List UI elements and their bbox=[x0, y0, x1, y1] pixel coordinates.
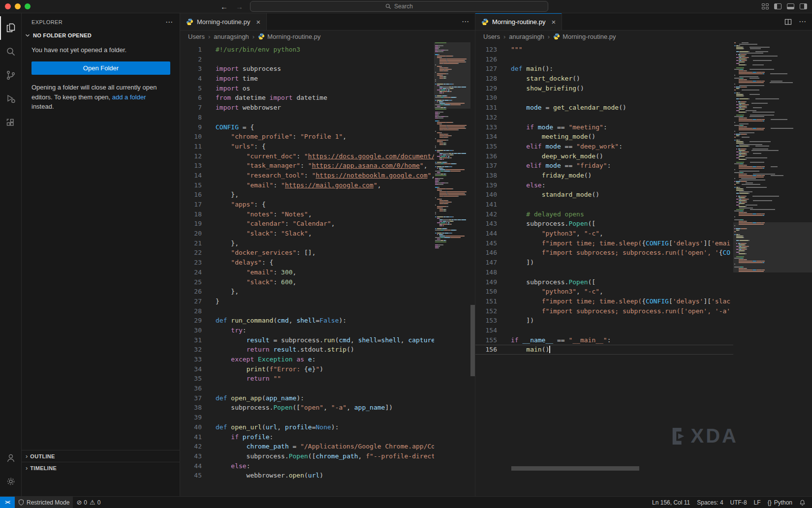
code-line[interactable]: 21 }, bbox=[180, 239, 475, 248]
close-window-button[interactable] bbox=[5, 3, 11, 9]
code-line[interactable]: 3import subprocess bbox=[180, 64, 475, 74]
restricted-mode-indicator[interactable]: Restricted Mode bbox=[15, 497, 73, 508]
code-line[interactable]: 16 }, bbox=[180, 190, 475, 200]
code-editor[interactable]: 1#!/usr/bin/env python323import subproce… bbox=[180, 42, 475, 496]
code-line[interactable]: 38 subprocess.Popen(["open", "-a", app_n… bbox=[180, 403, 475, 413]
explorer-more-actions-icon[interactable]: ⋯ bbox=[165, 18, 173, 27]
split-editor-icon[interactable] bbox=[784, 18, 792, 26]
code-line[interactable]: 9CONFIG = { bbox=[180, 122, 475, 132]
editor-more-actions-icon[interactable]: ⋯ bbox=[799, 17, 806, 26]
code-line[interactable]: 31 result = subprocess.run(cmd, shell=sh… bbox=[180, 335, 475, 345]
code-line[interactable]: 8 bbox=[180, 113, 475, 122]
minimize-window-button[interactable] bbox=[15, 3, 21, 9]
code-line[interactable]: 24 "email": 300, bbox=[180, 268, 475, 277]
code-line[interactable]: 10 "chrome_profile": "Profile 1", bbox=[180, 132, 475, 142]
toggle-primary-sidebar-icon[interactable] bbox=[774, 3, 781, 9]
code-line[interactable]: 27} bbox=[180, 297, 475, 306]
code-line[interactable]: 18 "notes": "Notes", bbox=[180, 209, 475, 219]
activity-source-control-icon[interactable] bbox=[0, 63, 21, 87]
code-line[interactable]: 32 return result.stdout.strip() bbox=[180, 345, 475, 355]
encoding-indicator[interactable]: UTF-8 bbox=[727, 497, 750, 508]
code-line[interactable]: 33 except Exception as e: bbox=[180, 355, 475, 364]
activity-explorer-icon[interactable] bbox=[0, 16, 21, 40]
language-mode[interactable]: {} Python bbox=[764, 497, 796, 508]
editor-area: Morning-routine.py × ⋯ Users › anuragsin… bbox=[180, 13, 812, 496]
code-line[interactable]: 36 bbox=[180, 384, 475, 393]
breadcrumb-file[interactable]: Morning-routine.py bbox=[258, 33, 320, 40]
notifications-bell[interactable] bbox=[796, 497, 809, 508]
code-line[interactable]: 44 else: bbox=[180, 461, 475, 471]
minimap[interactable] bbox=[733, 42, 812, 496]
back-button[interactable]: ← bbox=[220, 2, 228, 11]
code-line[interactable]: 40def open_url(url, profile=None): bbox=[180, 422, 475, 432]
cursor-position[interactable]: Ln 156, Col 11 bbox=[649, 497, 693, 508]
code-line[interactable]: 15 "email": "https://mail.google.com", bbox=[180, 180, 475, 190]
tab-close-icon[interactable]: × bbox=[551, 18, 556, 26]
code-line[interactable]: 37def open_app(app_name): bbox=[180, 393, 475, 403]
code-line[interactable]: 11 "urls": { bbox=[180, 142, 475, 151]
code-line[interactable]: 6from datetime import datetime bbox=[180, 93, 475, 103]
code-line[interactable]: 19 "calendar": "Calendar", bbox=[180, 219, 475, 229]
vertical-scrollbar[interactable] bbox=[470, 42, 475, 496]
horizontal-scrollbar-thumb[interactable] bbox=[511, 466, 639, 471]
code-line[interactable]: 17 "apps": { bbox=[180, 200, 475, 209]
activity-search-icon[interactable] bbox=[0, 40, 21, 63]
code-line[interactable]: 29def run_command(cmd, shell=False): bbox=[180, 316, 475, 326]
forward-button[interactable]: → bbox=[236, 2, 243, 11]
customize-layout-icon[interactable] bbox=[762, 3, 769, 9]
add-folder-link[interactable]: add a folder bbox=[112, 93, 146, 101]
breadcrumb-item[interactable]: Users bbox=[188, 33, 205, 40]
toggle-panel-icon[interactable] bbox=[787, 3, 794, 9]
code-line[interactable]: 34 print(f"Error: {e}") bbox=[180, 364, 475, 374]
breadcrumb-item[interactable]: Users bbox=[483, 33, 500, 40]
breadcrumb-item[interactable]: anuragsingh bbox=[509, 33, 544, 40]
code-line[interactable]: 23 "delays": { bbox=[180, 258, 475, 268]
editor-more-actions-icon[interactable]: ⋯ bbox=[462, 17, 469, 26]
code-line[interactable]: 22 "docker_services": [], bbox=[180, 248, 475, 258]
timeline-section-header[interactable]: › TIMELINE bbox=[22, 462, 180, 474]
breadcrumb-file[interactable]: Morning-routine.py bbox=[553, 33, 616, 40]
code-line[interactable]: 28 bbox=[180, 306, 475, 316]
minimap[interactable] bbox=[434, 42, 470, 496]
no-folder-opened-section-header[interactable]: NO FOLDER OPENED bbox=[22, 30, 180, 40]
code-line[interactable]: 4import time bbox=[180, 74, 475, 84]
code-line[interactable]: 1#!/usr/bin/env python3 bbox=[180, 45, 475, 55]
code-lines[interactable]: 1#!/usr/bin/env python323import subproce… bbox=[180, 45, 475, 480]
activity-extensions-icon[interactable] bbox=[0, 111, 21, 134]
command-center-search[interactable]: Search bbox=[250, 1, 548, 12]
remote-indicator[interactable]: >< bbox=[0, 497, 15, 508]
code-line[interactable]: 13 "task_manager": "https://app.asana.co… bbox=[180, 161, 475, 171]
code-line[interactable]: 7import webbrowser bbox=[180, 103, 475, 113]
code-line[interactable]: 30 try: bbox=[180, 326, 475, 335]
code-editor[interactable]: 123"""126127def main():128 start_docker(… bbox=[475, 42, 812, 496]
code-line[interactable]: 5import os bbox=[180, 84, 475, 93]
code-line[interactable]: 2 bbox=[180, 55, 475, 64]
code-line[interactable]: 14 "research_tool": "https://notebooklm.… bbox=[180, 171, 475, 180]
problems-indicator[interactable]: ⊘ 0 ⚠ 0 bbox=[73, 497, 104, 508]
eol-indicator[interactable]: LF bbox=[750, 497, 764, 508]
tab-close-icon[interactable]: × bbox=[256, 18, 260, 26]
code-line[interactable]: 12 "current_doc": "https://docs.google.c… bbox=[180, 151, 475, 161]
code-line[interactable]: 42 chrome_path = "/Applications/Google C… bbox=[180, 442, 475, 451]
code-line[interactable]: 45 webbrowser.open(url) bbox=[180, 471, 475, 480]
code-line[interactable]: 35 return "" bbox=[180, 374, 475, 384]
tab-morning-routine[interactable]: Morning-routine.py × bbox=[180, 13, 267, 30]
scrollbar-thumb[interactable] bbox=[470, 305, 475, 376]
code-line[interactable]: 25 "slack": 600, bbox=[180, 277, 475, 287]
tab-morning-routine-active[interactable]: Morning-routine.py × bbox=[475, 13, 562, 30]
breadcrumb-separator-icon: › bbox=[208, 33, 210, 40]
outline-section-header[interactable]: › OUTLINE bbox=[22, 450, 180, 462]
code-line[interactable]: 39 bbox=[180, 413, 475, 422]
toggle-secondary-sidebar-icon[interactable] bbox=[800, 3, 807, 9]
indentation-indicator[interactable]: Spaces: 4 bbox=[693, 497, 726, 508]
settings-gear-icon[interactable] bbox=[0, 470, 21, 493]
open-folder-button[interactable]: Open Folder bbox=[31, 61, 170, 75]
code-line[interactable]: 43 subprocess.Popen([chrome_path, f"--pr… bbox=[180, 451, 475, 461]
breadcrumb-item[interactable]: anuragsingh bbox=[214, 33, 249, 40]
maximize-window-button[interactable] bbox=[25, 3, 31, 9]
code-line[interactable]: 20 "slack": "Slack", bbox=[180, 229, 475, 239]
account-icon[interactable] bbox=[0, 446, 21, 470]
activity-run-debug-icon[interactable] bbox=[0, 87, 21, 111]
code-line[interactable]: 26 }, bbox=[180, 287, 475, 297]
code-line[interactable]: 41 if profile: bbox=[180, 432, 475, 442]
